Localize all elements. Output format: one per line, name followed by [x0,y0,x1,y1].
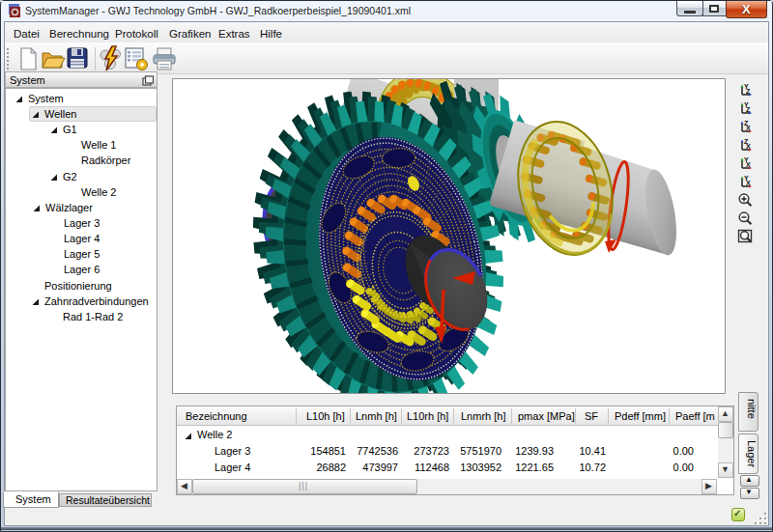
svg-text:X: X [746,125,751,131]
svg-text:Lager: Lager [746,440,758,467]
svg-text:Z: Z [746,88,751,95]
svg-text:nitte: nitte [746,399,758,419]
svg-text:Z: Z [746,106,751,113]
svg-text:X: X [746,161,751,168]
svg-text:X: X [746,180,751,186]
svg-text:X: X [746,143,751,150]
